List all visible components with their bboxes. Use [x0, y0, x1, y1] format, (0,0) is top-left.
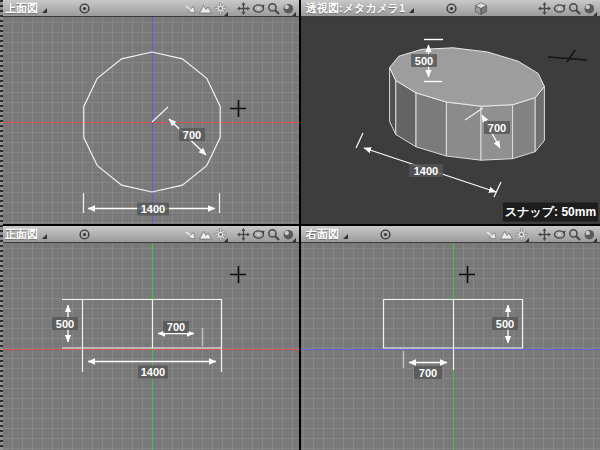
- chevron-down-icon: [42, 234, 47, 239]
- target-icon[interactable]: [444, 1, 459, 16]
- dimension-label: 700: [183, 129, 201, 141]
- cursor-crosshair: [230, 266, 246, 283]
- front-view-titlebar: 正面図: [0, 226, 299, 243]
- cursor-3d-marker: [548, 50, 587, 62]
- viewport-right-view: 右面図: [301, 226, 600, 450]
- dimension-radius: 700: [404, 351, 448, 379]
- pane-resize-grip[interactable]: [0, 0, 3, 450]
- gear-icon[interactable]: [514, 227, 529, 242]
- chevron-down-icon: [409, 8, 414, 13]
- gear-icon[interactable]: [213, 227, 228, 242]
- viewport-title-right[interactable]: 右面図: [306, 227, 378, 242]
- dimension-radius: 700: [158, 321, 203, 346]
- dimension-label: 700: [419, 367, 437, 379]
- dimension-height: 500: [52, 305, 78, 342]
- chevron-down-icon: [292, 238, 296, 242]
- target-icon[interactable]: [77, 1, 92, 16]
- zoom-view-icon[interactable]: [567, 1, 582, 16]
- dimension-label: 500: [415, 55, 433, 67]
- viewport-title-top[interactable]: 上面図: [5, 1, 77, 16]
- viewport-perspective: 透視図:メタカメラ1: [301, 0, 600, 224]
- chevron-down-icon: [593, 238, 597, 242]
- right-view-titlebar: 右面図: [301, 226, 600, 243]
- chevron-down-icon: [42, 8, 47, 13]
- shading-sphere-icon[interactable]: [582, 227, 597, 242]
- dimension-diameter: 1400: [84, 193, 220, 216]
- target-icon[interactable]: [77, 227, 92, 242]
- mountains-icon[interactable]: [198, 1, 213, 16]
- move-view-icon[interactable]: [537, 227, 552, 242]
- move-view-icon[interactable]: [236, 227, 251, 242]
- right-view-canvas[interactable]: 700 500: [301, 243, 600, 450]
- perspective-titlebar: 透視図:メタカメラ1: [301, 0, 600, 17]
- viewport-title-label: 正面図: [5, 227, 38, 242]
- chevron-down-icon: [343, 234, 348, 239]
- dimension-label: 1400: [141, 366, 165, 378]
- chevron-down-icon: [292, 12, 296, 16]
- zoom-view-icon[interactable]: [266, 1, 281, 16]
- shading-sphere-icon[interactable]: [281, 1, 296, 16]
- perspective-canvas[interactable]: 500 700 1400 スナップ:: [301, 17, 600, 224]
- view-arrow-icon[interactable]: [183, 227, 198, 242]
- snap-status-badge: スナップ: 50mm: [503, 203, 598, 222]
- rotate-view-icon[interactable]: [251, 227, 266, 242]
- rotate-view-icon[interactable]: [552, 227, 567, 242]
- top-view-canvas[interactable]: 700 1400: [0, 17, 299, 224]
- mountains-icon[interactable]: [499, 227, 514, 242]
- gear-icon[interactable]: [213, 1, 228, 16]
- front-view-drawing: 500 700 1400: [0, 243, 299, 450]
- viewport-title-label: 透視図:メタカメラ1: [306, 1, 405, 16]
- radius-stub-line: [152, 107, 168, 122]
- view-arrow-icon[interactable]: [183, 1, 198, 16]
- mountains-icon[interactable]: [198, 227, 213, 242]
- rotate-view-icon[interactable]: [552, 1, 567, 16]
- chevron-down-icon: [593, 12, 597, 16]
- cursor-crosshair: [230, 100, 246, 117]
- move-view-icon[interactable]: [537, 1, 552, 16]
- top-view-titlebar: 上面図: [0, 0, 299, 17]
- viewport-top-view: 上面図: [0, 0, 299, 224]
- perspective-drawing: 500 700 1400 スナップ:: [301, 17, 600, 224]
- front-view-canvas[interactable]: 500 700 1400: [0, 243, 299, 450]
- zoom-view-icon[interactable]: [266, 227, 281, 242]
- move-view-icon[interactable]: [236, 1, 251, 16]
- dimension-label: 1400: [414, 165, 438, 177]
- zoom-view-icon[interactable]: [567, 227, 582, 242]
- dimension-label: 700: [488, 122, 506, 134]
- viewport-front-view: 正面図: [0, 226, 299, 450]
- rotate-view-icon[interactable]: [251, 1, 266, 16]
- modeler-window: 上面図: [0, 0, 600, 450]
- dimension-label: 700: [167, 321, 185, 333]
- shading-sphere-icon[interactable]: [582, 1, 597, 16]
- viewport-title-perspective[interactable]: 透視図:メタカメラ1: [306, 1, 444, 16]
- viewport-title-label: 上面図: [5, 1, 38, 16]
- viewport-title-front[interactable]: 正面図: [5, 227, 77, 242]
- cursor-crosshair: [459, 266, 475, 283]
- top-view-drawing: 700 1400: [0, 17, 299, 224]
- dimension-label: 500: [56, 318, 74, 330]
- chevron-down-icon: [224, 238, 228, 242]
- right-view-drawing: 700 500: [301, 243, 600, 450]
- dimension-height: 500: [492, 305, 518, 343]
- dimension-label: 1400: [141, 203, 165, 215]
- chevron-down-icon: [224, 12, 228, 16]
- dimension-radius: 700: [169, 119, 206, 155]
- shading-sphere-icon[interactable]: [281, 227, 296, 242]
- viewport-title-label: 右面図: [306, 227, 339, 242]
- snap-label: スナップ: 50mm: [505, 205, 596, 219]
- target-icon[interactable]: [378, 227, 393, 242]
- chevron-down-icon: [525, 238, 529, 242]
- dimension-label: 500: [496, 318, 514, 330]
- view-arrow-icon[interactable]: [484, 227, 499, 242]
- cube-icon[interactable]: [473, 1, 488, 16]
